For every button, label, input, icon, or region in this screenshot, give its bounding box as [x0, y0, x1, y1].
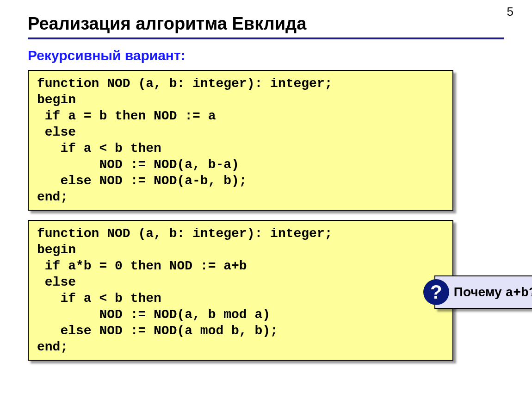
code-block-1-wrapper: function NOD (a, b: integer): integer; b… — [28, 70, 504, 211]
title-underline — [28, 38, 504, 39]
code-block-1: function NOD (a, b: integer): integer; b… — [28, 70, 453, 211]
slide-content: Реализация алгоритма Евклида Рекурсивный… — [0, 0, 532, 361]
slide-subtitle: Рекурсивный вариант: — [28, 48, 504, 63]
callout-text-suffix: ? — [529, 285, 532, 299]
code-block-2: function NOD (a, b: integer): integer; b… — [28, 220, 453, 361]
callout-text: Почему a+b? — [454, 285, 532, 300]
question-icon: ? — [424, 280, 448, 304]
callout-text-mono: a+b — [505, 286, 528, 300]
slide-title: Реализация алгоритма Евклида — [28, 14, 504, 34]
code-block-2-wrapper: function NOD (a, b: integer): integer; b… — [28, 220, 504, 361]
page-number: 5 — [507, 5, 513, 19]
callout-text-prefix: Почему — [454, 285, 506, 299]
callout-box: ? Почему a+b? — [434, 275, 532, 309]
